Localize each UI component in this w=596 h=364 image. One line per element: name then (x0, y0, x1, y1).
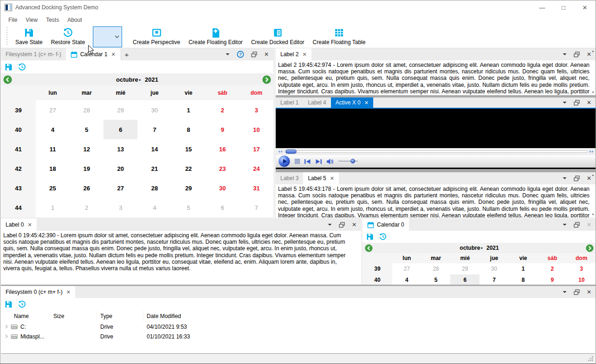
calendar-day-cell[interactable]: 4 (137, 198, 171, 217)
calendar-day-cell[interactable]: 29 (172, 178, 206, 198)
calendar-day-cell[interactable]: 3 (567, 263, 596, 274)
tab-filesystem1[interactable]: Filesystem 1 (c+ m- f-) (1, 48, 66, 60)
calendar-day-cell[interactable]: 31 (240, 178, 273, 198)
expand-chevron-icon[interactable] (5, 334, 8, 338)
calendar-day-cell[interactable]: 17 (240, 139, 273, 159)
calendar-day-cell[interactable]: 9 (206, 120, 240, 139)
save-icon[interactable] (366, 233, 374, 240)
float-panel-icon[interactable] (574, 222, 580, 228)
tab-label4[interactable]: Label 4 (303, 98, 330, 108)
panel-menu-icon[interactable] (563, 101, 567, 104)
calendar-day-cell[interactable]: 6 (450, 274, 479, 285)
calendar-day-cell[interactable]: 4 (36, 120, 70, 139)
calendar-day-cell[interactable]: 7 (137, 120, 171, 139)
previous-button[interactable] (304, 159, 311, 164)
restore-icon[interactable] (18, 63, 26, 71)
calendar-day-cell[interactable]: 3 (104, 198, 137, 217)
next-button[interactable] (315, 159, 322, 164)
seek-forward-icon[interactable] (589, 150, 594, 153)
calendar-day-cell[interactable]: 1 (36, 198, 70, 217)
calendar-day-cell[interactable]: 27 (392, 263, 421, 274)
calendar-day-cell[interactable]: 20 (104, 159, 137, 178)
calendar-day-cell[interactable]: 24 (240, 159, 273, 178)
tab-label5-close-icon[interactable]: ✕ (330, 176, 334, 182)
calendar-month[interactable]: octubre (460, 245, 480, 251)
menu-file[interactable]: File (4, 17, 21, 23)
column-header-type[interactable]: Type (97, 311, 143, 322)
scroll-up-icon[interactable]: ▲ (592, 50, 595, 52)
tab-label2[interactable]: Label 2 ✕ (276, 48, 311, 60)
restore-state-button[interactable]: Restore State (47, 27, 89, 46)
create-perspective-button[interactable]: Create Perspective (129, 27, 184, 46)
add-tab-button[interactable]: + (120, 48, 134, 60)
tab-calendar0[interactable]: Calendar 0 (363, 219, 409, 231)
table-row[interactable]: C: Drive 04/10/2021 9:53 (1, 322, 596, 332)
calendar-day-cell[interactable]: 13 (104, 139, 137, 159)
float-panel-icon[interactable] (574, 289, 580, 295)
close-panel-icon[interactable]: ✕ (264, 51, 269, 58)
calendar-day-cell[interactable]: 6 (206, 198, 240, 217)
close-panel-icon[interactable]: ✕ (587, 289, 591, 295)
resize-grip[interactable] (587, 355, 594, 362)
calendar-day-cell[interactable]: 26 (70, 178, 104, 198)
tab-activex0-close-icon[interactable]: ✕ (364, 100, 369, 106)
close-panel-icon[interactable]: ✕ (587, 221, 591, 228)
tab-label2-close-icon[interactable]: ✕ (302, 52, 306, 58)
column-header-size[interactable]: Size (50, 311, 97, 322)
calendar-year[interactable]: 2021 (486, 245, 499, 251)
toolbar-drag-handle[interactable] (6, 27, 7, 46)
seek-back-icon[interactable] (278, 150, 283, 153)
tab-label0[interactable]: Label 0 ✕ (1, 219, 37, 231)
table-row[interactable]: Midaspl... Drive 01/10/2021 16:33 (1, 332, 596, 341)
calendar-day-cell[interactable]: 40 (363, 274, 392, 285)
calendar-day-cell[interactable]: 19 (70, 159, 104, 178)
volume-slider-thumb[interactable] (350, 159, 355, 163)
panel-menu-icon[interactable] (563, 53, 567, 56)
calendar-day-cell[interactable]: 40 (1, 120, 36, 139)
calendar-day-cell[interactable]: 29 (104, 100, 137, 120)
calendar-day-cell[interactable]: 42 (1, 159, 36, 178)
float-panel-icon[interactable] (574, 176, 580, 182)
create-docked-editor-button[interactable]: Create Docked Editor (247, 27, 309, 46)
menu-about[interactable]: About (63, 17, 86, 23)
tab-label0-close-icon[interactable]: ✕ (27, 222, 32, 228)
calendar-day-cell[interactable]: 39 (1, 100, 36, 120)
tab-calendar1-close-icon[interactable]: ✕ (111, 52, 115, 58)
calendar-day-cell[interactable]: 28 (137, 178, 171, 198)
close-button[interactable]: ✕ (574, 0, 596, 14)
tab-label5[interactable]: Label 5 ✕ (303, 172, 339, 184)
label2-scrollbar[interactable]: ▲▼ (590, 48, 596, 95)
calendar-day-cell[interactable]: 27 (36, 100, 70, 120)
calendar-day-cell[interactable]: 28 (70, 100, 104, 120)
float-panel-icon[interactable] (339, 222, 345, 228)
calendar-day-cell[interactable]: 22 (172, 159, 206, 178)
minimize-button[interactable]: — (531, 0, 553, 14)
float-panel-icon[interactable] (574, 100, 580, 106)
calendar-day-cell[interactable]: 5 (70, 120, 104, 139)
calendar-day-cell[interactable]: 4 (392, 274, 421, 285)
tab-filesystem0[interactable]: Filesystem 0 (c+ m+ f-) ✕ (1, 286, 75, 298)
calendar-day-cell[interactable]: 12 (70, 139, 104, 159)
restore-icon[interactable] (379, 233, 387, 240)
calendar-day-cell[interactable]: 1 (172, 100, 206, 120)
calendar-day-cell[interactable]: 43 (1, 178, 36, 198)
calendar-day-cell[interactable]: 30 (206, 178, 240, 198)
calendar-day-cell[interactable]: 10 (240, 120, 273, 139)
perspective-combo[interactable] (93, 26, 122, 47)
calendar-day-cell[interactable]: 2 (538, 263, 567, 274)
save-icon[interactable] (5, 63, 13, 71)
panel-menu-icon[interactable] (563, 223, 567, 226)
calendar-day-cell[interactable]: 21 (137, 159, 171, 178)
splitter-handle[interactable] (276, 169, 596, 172)
tab-label3[interactable]: Label 3 (276, 172, 303, 184)
save-state-button[interactable]: Save State (11, 27, 47, 46)
tab-activex0[interactable]: Active X 0 ✕ (331, 98, 373, 108)
prev-month-button[interactable] (3, 75, 12, 84)
label5-scrollbar[interactable]: ▲▼ (590, 172, 596, 217)
calendar-day-cell[interactable]: 2 (70, 198, 104, 217)
expand-chevron-icon[interactable] (5, 325, 8, 329)
calendar-day-cell[interactable]: 1 (509, 263, 538, 274)
calendar-day-cell[interactable]: 10 (567, 274, 596, 285)
calendar-day-cell[interactable]: 41 (1, 139, 36, 159)
seek-slider-thumb[interactable] (285, 150, 297, 154)
